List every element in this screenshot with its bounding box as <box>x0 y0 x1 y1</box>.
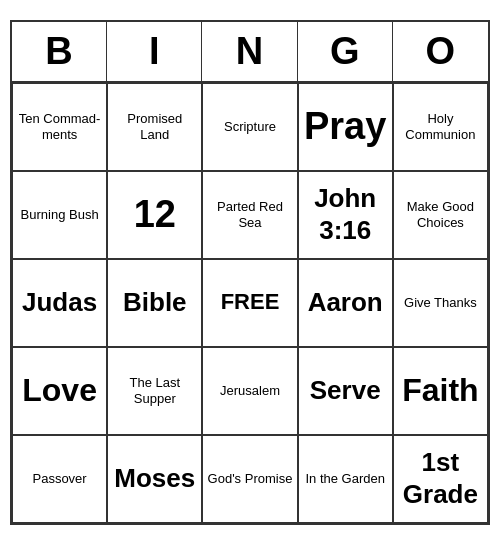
cell-text-r4-c4: 1st Grade <box>398 447 483 509</box>
cell-r0-c4: Holy Communion <box>393 83 488 171</box>
cell-text-r2-c3: Aaron <box>308 287 383 318</box>
cell-text-r2-c0: Judas <box>22 287 97 318</box>
cell-r4-c3: In the Garden <box>298 435 393 523</box>
cell-r1-c2: Parted Red Sea <box>202 171 297 259</box>
cell-text-r2-c1: Bible <box>123 287 187 318</box>
cell-r2-c4: Give Thanks <box>393 259 488 347</box>
cell-text-r3-c4: Faith <box>402 371 478 409</box>
cell-r2-c1: Bible <box>107 259 202 347</box>
bingo-grid: Ten Commad-mentsPromised LandScripturePr… <box>12 83 488 523</box>
cell-r4-c4: 1st Grade <box>393 435 488 523</box>
cell-r3-c1: The Last Supper <box>107 347 202 435</box>
cell-text-r1-c2: Parted Red Sea <box>207 199 292 230</box>
cell-r4-c0: Passover <box>12 435 107 523</box>
cell-r2-c3: Aaron <box>298 259 393 347</box>
cell-text-r4-c2: God's Promise <box>208 471 293 487</box>
cell-r0-c0: Ten Commad-ments <box>12 83 107 171</box>
header-letter-i: I <box>107 22 202 81</box>
cell-r1-c4: Make Good Choices <box>393 171 488 259</box>
cell-text-r1-c1: 12 <box>134 192 176 238</box>
cell-text-r2-c2: FREE <box>221 289 280 315</box>
cell-r0-c2: Scripture <box>202 83 297 171</box>
cell-text-r2-c4: Give Thanks <box>404 295 477 311</box>
cell-r0-c3: Pray <box>298 83 393 171</box>
cell-text-r3-c0: Love <box>22 371 97 409</box>
cell-text-r3-c1: The Last Supper <box>112 375 197 406</box>
cell-r0-c1: Promised Land <box>107 83 202 171</box>
cell-r4-c2: God's Promise <box>202 435 297 523</box>
header-letter-g: G <box>298 22 393 81</box>
cell-text-r4-c1: Moses <box>114 463 195 494</box>
cell-text-r0-c0: Ten Commad-ments <box>17 111 102 142</box>
cell-text-r3-c3: Serve <box>310 375 381 406</box>
cell-r3-c4: Faith <box>393 347 488 435</box>
cell-text-r3-c2: Jerusalem <box>220 383 280 399</box>
cell-text-r4-c0: Passover <box>32 471 86 487</box>
cell-text-r1-c4: Make Good Choices <box>398 199 483 230</box>
cell-text-r0-c2: Scripture <box>224 119 276 135</box>
cell-text-r0-c4: Holy Communion <box>398 111 483 142</box>
cell-r1-c1: 12 <box>107 171 202 259</box>
cell-text-r1-c3: John 3:16 <box>303 183 388 245</box>
header-letter-n: N <box>202 22 297 81</box>
cell-r2-c2: FREE <box>202 259 297 347</box>
cell-text-r0-c3: Pray <box>304 104 386 150</box>
cell-text-r1-c0: Burning Bush <box>21 207 99 223</box>
header-letter-b: B <box>12 22 107 81</box>
cell-r2-c0: Judas <box>12 259 107 347</box>
cell-r3-c3: Serve <box>298 347 393 435</box>
cell-text-r0-c1: Promised Land <box>112 111 197 142</box>
cell-r1-c3: John 3:16 <box>298 171 393 259</box>
header-letter-o: O <box>393 22 488 81</box>
cell-text-r4-c3: In the Garden <box>305 471 385 487</box>
cell-r1-c0: Burning Bush <box>12 171 107 259</box>
bingo-header: BINGO <box>12 22 488 83</box>
cell-r3-c2: Jerusalem <box>202 347 297 435</box>
cell-r3-c0: Love <box>12 347 107 435</box>
bingo-card: BINGO Ten Commad-mentsPromised LandScrip… <box>10 20 490 525</box>
cell-r4-c1: Moses <box>107 435 202 523</box>
